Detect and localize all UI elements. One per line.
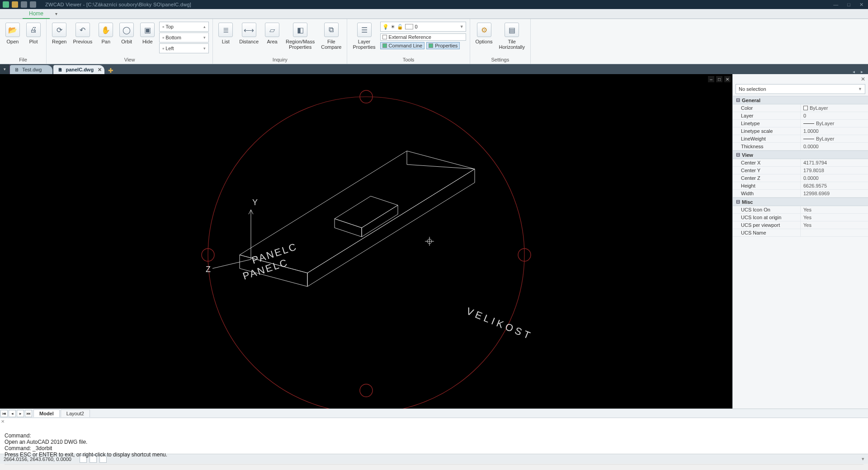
layer-combo[interactable]: 💡 ☀ 🔓 0 ▼ <box>380 22 466 32</box>
prop-row: Width12998.6969 <box>733 190 868 197</box>
prop-row: Center Z0.0000 <box>733 174 868 182</box>
viewport-close-icon[interactable]: ✕ <box>724 76 731 82</box>
main-area: – □ ✕ <box>0 74 868 409</box>
svg-marker-12 <box>362 205 398 237</box>
prop-row: UCS Name <box>733 229 868 237</box>
group-label: Inquiry <box>213 56 347 64</box>
mass-icon: ◧ <box>293 23 307 37</box>
compare-icon: ⧉ <box>324 23 339 37</box>
command-line-toggle[interactable]: Command Line <box>380 42 425 49</box>
ribbon: 📂 Open 🖨 Plot File ⟳ Regen ↶ Previous ✋ … <box>0 19 868 64</box>
qat-print-icon[interactable] <box>30 1 36 8</box>
drawing-viewport[interactable]: – □ ✕ <box>0 74 732 409</box>
ribbon-group-file: 📂 Open 🖨 Plot File <box>0 19 47 64</box>
undo-icon: ↶ <box>75 23 90 37</box>
command-input[interactable] <box>5 464 863 470</box>
ribbon-group-view: ⟳ Regen ↶ Previous ✋ Pan ◯ Orbit ▣ Hide … <box>47 19 213 64</box>
view-bottom[interactable]: ▫ Bottom▾ <box>159 33 209 42</box>
previous-button[interactable]: ↶ Previous <box>71 22 94 45</box>
properties-toggle[interactable]: Properties <box>426 42 460 49</box>
command-window[interactable]: ✕ Command: Open an AutoCAD 2010 DWG file… <box>0 418 868 454</box>
plot-button[interactable]: 🖨 Plot <box>24 22 42 45</box>
area-icon: ▱ <box>265 23 279 37</box>
command-close-icon[interactable]: ✕ <box>1 419 5 424</box>
prop-row: UCS Icon at originYes <box>733 214 868 221</box>
model-tab[interactable]: Model <box>33 409 60 417</box>
document-tabs: ▾ 🗎 Test.dwg 🗎 panelC.dwg ✕ ✚ ◂ ▸ <box>0 64 868 74</box>
ruler-icon: ⟷ <box>242 23 256 37</box>
maximize-button[interactable]: □ <box>845 2 852 8</box>
sheet-tabs: ⏮ ◂ ▸ ⏭ Model Layout2 <box>0 409 868 418</box>
text-velikost: VELIKOST <box>465 305 534 342</box>
svg-line-14 <box>212 259 251 268</box>
selection-combo[interactable]: No selection▼ <box>736 84 865 94</box>
svg-marker-7 <box>307 169 475 287</box>
property-grid: ⊟General ColorByLayer Layer0 LinetypeByL… <box>733 96 868 409</box>
sheet-prev-icon[interactable]: ◂ <box>9 410 16 417</box>
ribbon-expand-icon[interactable]: ▾ <box>55 11 57 16</box>
qat-save-icon[interactable] <box>21 1 27 8</box>
window-controls: — □ ✕ <box>831 2 865 8</box>
folder-open-icon: 📂 <box>5 23 20 37</box>
view-left[interactable]: ▫ Left▾ <box>159 43 209 53</box>
section-misc[interactable]: ⊟Misc <box>733 197 868 206</box>
window-title: ZWCAD Viewer - [C:\Zákazníci soubory\Blo… <box>45 2 191 7</box>
close-button[interactable]: ✕ <box>858 2 865 8</box>
layout2-tab[interactable]: Layout2 <box>61 409 90 417</box>
sheet-last-icon[interactable]: ⏭ <box>25 410 32 417</box>
section-view[interactable]: ⊟View <box>733 150 868 159</box>
layer-properties-button[interactable]: ☰Layer Properties <box>351 22 377 51</box>
prop-row: Linetype scale1.0000 <box>733 127 868 135</box>
prop-row: Thickness0.0000 <box>733 143 868 150</box>
new-tab-button[interactable]: ✚ <box>108 67 113 74</box>
area-button[interactable]: ▱Area <box>263 22 281 45</box>
prop-row: UCS per viewportYes <box>733 221 868 229</box>
quick-access-toolbar <box>3 1 36 8</box>
orbit-icon: ◯ <box>119 23 134 37</box>
lock-icon: 🔓 <box>397 24 403 30</box>
command-log: Command: Open an AutoCAD 2010 DWG file. … <box>5 432 863 458</box>
close-tab-icon[interactable]: ✕ <box>98 67 102 73</box>
hide-button[interactable]: ▣ Hide <box>138 22 156 45</box>
orbit-button[interactable]: ◯ Orbit <box>118 22 136 45</box>
group-label: Settings <box>470 56 530 64</box>
printer-icon: 🖨 <box>26 23 41 37</box>
sheet-next-icon[interactable]: ▸ <box>17 410 24 417</box>
minimize-button[interactable]: — <box>831 2 840 8</box>
prop-row: Center Y179.8018 <box>733 167 868 174</box>
drawing-canvas[interactable]: Y Z PANELC PANELC VELIKOST <box>0 74 732 409</box>
open-button[interactable]: 📂 Open <box>4 22 22 45</box>
section-general[interactable]: ⊟General <box>733 96 868 104</box>
options-button[interactable]: ⚙Options <box>474 22 495 45</box>
view-top[interactable]: ▫ Top▴ <box>159 22 209 32</box>
distance-button[interactable]: ⟷Distance <box>237 22 260 45</box>
scroll-left-icon[interactable]: ◂ <box>850 69 857 74</box>
doctab-menu-icon[interactable]: ▾ <box>0 64 10 74</box>
sheet-first-icon[interactable]: ⏮ <box>0 410 8 417</box>
ribbon-group-inquiry: ≣List ⟷Distance ▱Area ◧Region/Mass Prope… <box>213 19 347 64</box>
svg-point-2 <box>360 384 373 397</box>
regen-button[interactable]: ⟳ Regen <box>50 22 68 45</box>
ribbon-tab-home[interactable]: Home <box>23 9 50 19</box>
hand-icon: ✋ <box>99 23 113 37</box>
doc-tab-panelc[interactable]: 🗎 panelC.dwg ✕ <box>53 65 104 74</box>
viewport-minimize-icon[interactable]: – <box>708 76 714 82</box>
list-button[interactable]: ≣List <box>217 22 235 45</box>
list-icon: ≣ <box>218 23 233 37</box>
region-mass-button[interactable]: ◧Region/Mass Properties <box>284 22 316 51</box>
axis-z-label: Z <box>206 265 211 274</box>
tile-horizontally-button[interactable]: ▤Tile Horizontally <box>497 22 527 51</box>
ribbon-group-settings: ⚙Options ▤Tile Horizontally Settings <box>470 19 531 64</box>
qat-new-icon[interactable] <box>12 1 18 8</box>
layer-color-swatch <box>405 24 413 29</box>
prop-row: ColorByLayer <box>733 104 868 112</box>
pan-button[interactable]: ✋ Pan <box>97 22 115 45</box>
doc-tab-test[interactable]: 🗎 Test.dwg <box>10 65 52 74</box>
group-label: View <box>47 56 212 64</box>
external-reference-toggle[interactable]: External Reference <box>380 33 466 41</box>
scroll-right-icon[interactable]: ▸ <box>858 69 865 74</box>
chevron-down-icon: ▼ <box>858 87 862 91</box>
viewport-maximize-icon[interactable]: □ <box>716 76 722 82</box>
panel-close-icon[interactable]: ✕ <box>861 76 865 82</box>
file-compare-button[interactable]: ⧉File Compare <box>319 22 343 51</box>
